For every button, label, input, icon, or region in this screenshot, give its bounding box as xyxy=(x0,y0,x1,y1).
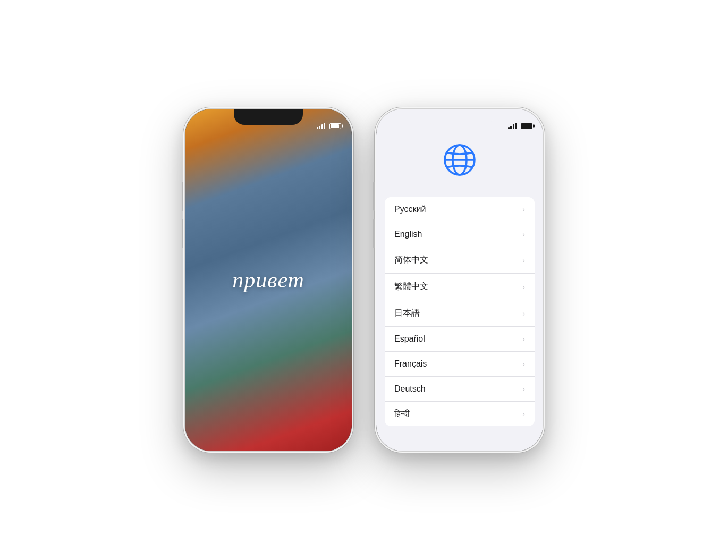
notch-2 xyxy=(425,109,494,125)
status-icons-2 xyxy=(508,123,533,129)
language-label-french: Français xyxy=(394,359,427,369)
chevron-icon: › xyxy=(522,309,525,318)
chevron-icon: › xyxy=(522,205,525,214)
signal-icon-2 xyxy=(508,123,517,129)
globe-icon xyxy=(441,141,479,181)
status-bar-1 xyxy=(185,109,352,132)
language-item-hindi[interactable]: हिन्दी › xyxy=(385,402,535,426)
volume-down-button-2[interactable] xyxy=(373,219,375,248)
chevron-icon: › xyxy=(522,410,525,418)
chevron-icon: › xyxy=(522,283,525,291)
battery-icon-2 xyxy=(521,123,532,129)
language-label-spanish: Español xyxy=(394,334,425,344)
language-label-chinese-traditional: 繁體中文 xyxy=(394,281,428,292)
language-item-english[interactable]: English › xyxy=(385,222,535,247)
phone-2: Русский › English › 简体中文 › 繁體中文 › 日本語 xyxy=(375,107,545,453)
status-icons-1 xyxy=(317,123,342,129)
language-item-russian[interactable]: Русский › xyxy=(385,197,535,222)
chevron-icon: › xyxy=(522,230,525,239)
volume-down-button[interactable] xyxy=(182,219,183,248)
language-item-german[interactable]: Deutsch › xyxy=(385,377,535,402)
language-label-english: English xyxy=(394,230,422,239)
greeting-text: привет xyxy=(232,267,304,293)
phone-1: привет xyxy=(183,107,353,453)
language-item-spanish[interactable]: Español › xyxy=(385,327,535,352)
volume-up-button[interactable] xyxy=(182,182,183,211)
language-label-russian: Русский xyxy=(394,205,426,214)
chevron-icon: › xyxy=(522,256,525,265)
volume-up-button-2[interactable] xyxy=(373,182,375,211)
phone-1-inner: привет xyxy=(185,109,352,451)
language-item-french[interactable]: Français › xyxy=(385,352,535,377)
language-item-japanese[interactable]: 日本語 › xyxy=(385,300,535,327)
language-label-chinese-simplified: 简体中文 xyxy=(394,254,428,266)
status-bar-2 xyxy=(376,109,543,132)
language-screen: Русский › English › 简体中文 › 繁體中文 › 日本語 xyxy=(376,109,543,451)
chevron-icon: › xyxy=(522,385,525,393)
language-item-chinese-traditional[interactable]: 繁體中文 › xyxy=(385,274,535,300)
language-label-german: Deutsch xyxy=(394,384,426,394)
language-list: Русский › English › 简体中文 › 繁體中文 › 日本語 xyxy=(385,197,535,426)
chevron-icon: › xyxy=(522,360,525,368)
phone-2-inner: Русский › English › 简体中文 › 繁體中文 › 日本語 xyxy=(376,109,543,451)
signal-icon xyxy=(317,123,326,129)
splash-screen: привет xyxy=(185,109,352,451)
chevron-icon: › xyxy=(522,335,525,343)
language-item-chinese-simplified[interactable]: 简体中文 › xyxy=(385,247,535,274)
language-label-hindi: हिन्दी xyxy=(394,409,410,419)
battery-icon xyxy=(329,123,341,129)
notch-1 xyxy=(234,109,303,125)
language-label-japanese: 日本語 xyxy=(394,308,420,319)
